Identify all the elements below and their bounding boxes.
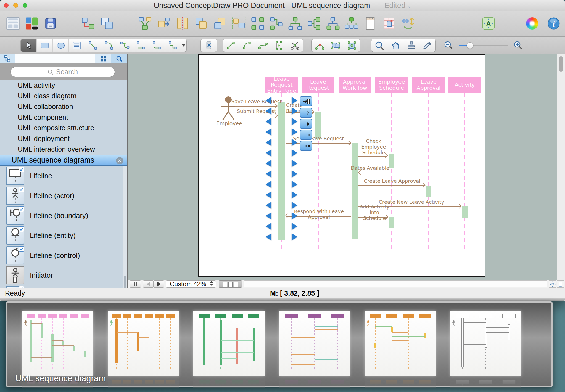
shape-item-lifeline-boundary[interactable]: Lifeline (boundary) [0, 206, 127, 226]
select-tool[interactable] [21, 39, 37, 52]
sidebar-item-uml-activity[interactable]: UML activity [0, 80, 127, 91]
rapid-arrow-button[interactable] [300, 108, 312, 118]
rapid-arrow-end-button[interactable] [300, 141, 312, 151]
shape-combine-tool[interactable] [328, 39, 344, 52]
connector-branch-icon[interactable] [288, 16, 303, 31]
vertical-scrollbar[interactable] [557, 54, 565, 280]
tab-library-tree[interactable] [0, 54, 15, 63]
rapid-activation-button[interactable] [300, 96, 312, 106]
connector-elbow-tool[interactable] [133, 39, 149, 52]
column-split-icon[interactable] [175, 16, 190, 31]
edited-label[interactable]: Edited [384, 1, 406, 10]
checkbox-checked-icon[interactable] [19, 187, 24, 192]
vertical-scrollbar-thumb[interactable] [559, 56, 563, 72]
shape-item-partial[interactable] [0, 285, 127, 288]
lifeline-dashed[interactable] [428, 93, 429, 249]
rapiddraw-left-triangle[interactable] [266, 170, 271, 178]
nodes-expand-icon[interactable] [307, 16, 321, 31]
sidebar-scrollbar[interactable] [123, 166, 127, 288]
page-ruler-icon[interactable] [363, 16, 378, 31]
zoom-out-icon[interactable] [443, 40, 453, 50]
scissors-tool[interactable] [287, 39, 303, 52]
zoom-in-icon[interactable] [513, 40, 523, 50]
rapiddraw-right-triangle[interactable] [292, 149, 297, 157]
nodes-network-icon[interactable] [325, 16, 340, 31]
rapiddraw-right-triangle[interactable] [292, 97, 297, 104]
lifeline-boundary-icon[interactable] [6, 206, 24, 225]
drawing-canvas[interactable]: Leave Request Entry Page Leave Request A… [128, 54, 565, 280]
edit-vertex-tool[interactable] [312, 39, 328, 52]
rapiddraw-left-triangle[interactable] [266, 212, 271, 219]
zoom-slider-thumb[interactable] [467, 42, 473, 49]
eyedropper-tool-tool[interactable] [419, 39, 435, 52]
shape-arrow-icon[interactable] [156, 16, 171, 31]
actor-figure[interactable] [218, 96, 239, 121]
rapiddraw-right-triangle[interactable] [292, 212, 297, 219]
rapiddraw-left-triangle[interactable] [266, 139, 271, 146]
initiator-icon[interactable] [6, 266, 24, 284]
store-thumbnail-uml-sequence-purple[interactable] [279, 311, 350, 376]
sidebar-item-uml-collaboration[interactable]: UML collaboration [0, 101, 127, 112]
rapiddraw-left-triangle[interactable] [266, 128, 271, 136]
bezier-curve-tool[interactable] [255, 39, 271, 52]
sidebar-item-uml-sequence-diagrams-selected[interactable]: UML sequence diagrams ✕ [0, 155, 127, 166]
app-panels-icon[interactable] [6, 16, 20, 31]
rapiddraw-right-triangle[interactable] [292, 128, 297, 136]
pause-pages-button[interactable] [130, 280, 141, 288]
lifeline-control-icon[interactable] [6, 246, 24, 264]
rapiddraw-right-triangle[interactable] [292, 202, 297, 209]
checkbox-checked-icon[interactable] [19, 226, 24, 232]
rapid-arrow-solid-button[interactable] [300, 119, 312, 129]
tab-library-search[interactable] [111, 54, 127, 63]
previous-page-button[interactable] [143, 280, 154, 288]
sidebar-item-uml-deployment[interactable]: UML deployment [0, 133, 127, 144]
checkbox-checked-icon[interactable] [19, 286, 24, 288]
rapiddraw-left-triangle[interactable] [266, 181, 271, 188]
shapes-overlap-back-icon[interactable] [194, 16, 209, 31]
frame-copy-icon[interactable] [99, 16, 114, 31]
activation-bar[interactable] [315, 112, 321, 139]
connector-straight-tool[interactable] [85, 39, 101, 52]
next-page-button[interactable] [154, 280, 164, 288]
checkbox-checked-icon[interactable] [19, 167, 24, 172]
rapiddraw-right-triangle[interactable] [292, 160, 297, 167]
sidebar-item-uml-class-diagram[interactable]: UML class diagram [0, 91, 127, 102]
connector-rounded-tool[interactable] [149, 39, 165, 52]
info-icon[interactable]: i [546, 16, 561, 31]
line-tool[interactable] [223, 39, 239, 52]
color-wheel-icon[interactable] [525, 16, 540, 31]
rapiddraw-left-triangle[interactable] [266, 118, 271, 125]
rapiddraw-left-triangle[interactable] [266, 97, 271, 104]
shape-split-tool[interactable] [201, 39, 217, 52]
zoom-tool-tool[interactable] [371, 39, 387, 52]
shape-item-initiator[interactable]: Initiator [0, 265, 127, 285]
lifeline-icon[interactable] [6, 167, 24, 185]
zoom-slider[interactable] [459, 45, 508, 46]
rapiddraw-left-triangle[interactable] [266, 202, 271, 209]
shape-item-lifeline-control[interactable]: Lifeline (control) [0, 245, 127, 265]
activation-bar[interactable] [462, 206, 468, 218]
rapiddraw-right-triangle[interactable] [292, 139, 297, 146]
close-icon[interactable]: ✕ [116, 157, 123, 164]
rapiddraw-right-triangle[interactable] [292, 118, 297, 125]
shape-item-lifeline[interactable]: Lifeline [0, 166, 127, 186]
shapes-align-icon[interactable] [250, 16, 265, 31]
fit-text-icon[interactable]: A [481, 16, 496, 31]
rapiddraw-left-triangle[interactable] [266, 160, 271, 167]
color-scheme-icon[interactable] [24, 16, 39, 31]
rapiddraw-left-triangle[interactable] [266, 191, 271, 198]
lifeline-actor-icon[interactable] [6, 187, 24, 205]
connector-smart-tool[interactable] [165, 39, 181, 52]
horizontal-scrollbar-thumb[interactable] [244, 280, 547, 287]
sidebar-item-uml-interaction-overview[interactable]: UML interaction overview [0, 144, 127, 155]
text-block-tool[interactable] [69, 39, 85, 52]
activation-bar[interactable] [352, 143, 358, 239]
rapiddraw-right-triangle[interactable] [292, 191, 297, 198]
rapiddraw-right-triangle[interactable] [292, 181, 297, 188]
checkbox-checked-icon[interactable] [19, 246, 24, 252]
lifeline-header[interactable]: Leave Request Entry Page [265, 77, 298, 93]
rapiddraw-left-triangle[interactable] [266, 223, 271, 230]
save-icon[interactable] [43, 16, 58, 31]
shapes-overlap-front-icon[interactable] [213, 16, 228, 31]
rapiddraw-left-triangle[interactable] [266, 233, 271, 240]
